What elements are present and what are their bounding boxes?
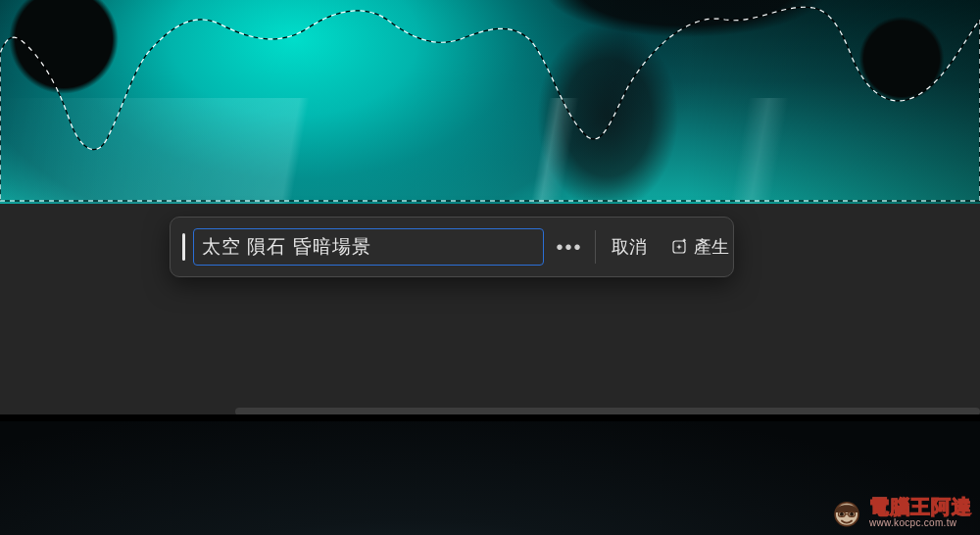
separator	[595, 230, 596, 264]
prompt-input-wrap[interactable]	[193, 228, 544, 266]
filmstrip-area[interactable]	[0, 421, 980, 535]
generate-button[interactable]: 產生	[662, 229, 737, 265]
prompt-input[interactable]	[202, 236, 535, 258]
canvas-area: ••• 取消 產生	[0, 0, 980, 414]
generate-label: 產生	[694, 235, 729, 259]
cancel-button[interactable]: 取消	[604, 229, 655, 265]
sparkle-icon	[670, 238, 688, 256]
generative-prompt-bar: ••• 取消 產生	[170, 217, 734, 277]
more-options-button[interactable]: •••	[552, 228, 587, 266]
prompt-handle[interactable]	[182, 233, 185, 261]
edited-image[interactable]	[0, 0, 980, 204]
horizontal-scrollbar[interactable]	[235, 408, 980, 414]
